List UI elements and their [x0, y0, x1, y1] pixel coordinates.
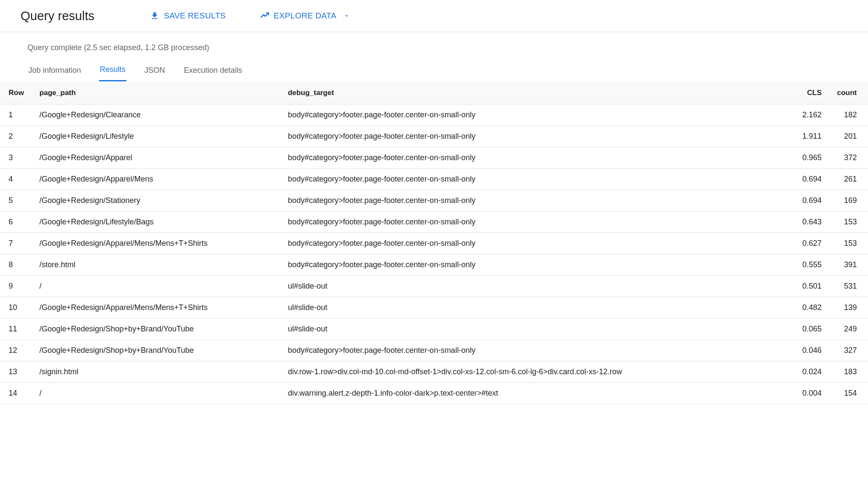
col-header-row: Row	[0, 82, 32, 104]
table-row: 2/Google+Redesign/Lifestylebody#category…	[0, 126, 868, 147]
cell-count: 183	[829, 361, 868, 383]
download-icon	[150, 11, 159, 21]
cell-cls: 0.501	[791, 276, 829, 297]
cell-cls: 0.555	[791, 254, 829, 276]
cell-page-path: /Google+Redesign/Apparel/Mens	[32, 169, 280, 190]
cell-page-path: /	[32, 383, 280, 404]
table-row: 3/Google+Redesign/Apparelbody#category>f…	[0, 147, 868, 169]
query-status: Query complete (2.5 sec elapsed, 1.2 GB …	[0, 32, 868, 57]
cell-count: 531	[829, 276, 868, 297]
cell-row-num: 14	[0, 383, 32, 404]
table-row: 14/div.warning.alert.z-depth-1.info-colo…	[0, 383, 868, 404]
results-table: Row page_path debug_target CLS count 1/G…	[0, 82, 868, 404]
cell-cls: 0.065	[791, 319, 829, 340]
cell-debug-target: body#category>footer.page-footer.center-…	[280, 126, 791, 147]
results-header: Query results SAVE RESULTS EXPLORE DATA	[0, 0, 868, 32]
cell-debug-target: body#category>footer.page-footer.center-…	[280, 104, 791, 126]
cell-page-path: /store.html	[32, 254, 280, 276]
cell-debug-target: ul#slide-out	[280, 297, 791, 319]
cell-count: 153	[829, 233, 868, 254]
cell-row-num: 8	[0, 254, 32, 276]
cell-row-num: 9	[0, 276, 32, 297]
col-header-page-path: page_path	[32, 82, 280, 104]
cell-row-num: 11	[0, 319, 32, 340]
table-row: 7/Google+Redesign/Apparel/Mens/Mens+T+Sh…	[0, 233, 868, 254]
table-row: 13/signin.htmldiv.row-1.row>div.col-md-1…	[0, 361, 868, 383]
cell-cls: 0.627	[791, 233, 829, 254]
cell-page-path: /Google+Redesign/Clearance	[32, 104, 280, 126]
cell-count: 153	[829, 212, 868, 233]
cell-cls: 0.694	[791, 169, 829, 190]
tab-job-information[interactable]: Job information	[27, 62, 82, 81]
cell-cls: 0.024	[791, 361, 829, 383]
cell-debug-target: body#category>footer.page-footer.center-…	[280, 233, 791, 254]
cell-row-num: 10	[0, 297, 32, 319]
cell-page-path: /Google+Redesign/Apparel	[32, 147, 280, 169]
cell-page-path: /Google+Redesign/Apparel/Mens/Mens+T+Shi…	[32, 233, 280, 254]
cell-debug-target: body#category>footer.page-footer.center-…	[280, 147, 791, 169]
cell-cls: 0.482	[791, 297, 829, 319]
cell-debug-target: body#category>footer.page-footer.center-…	[280, 212, 791, 233]
cell-count: 372	[829, 147, 868, 169]
cell-page-path: /Google+Redesign/Shop+by+Brand/YouTube	[32, 319, 280, 340]
cell-row-num: 12	[0, 340, 32, 361]
cell-cls: 2.162	[791, 104, 829, 126]
cell-count: 201	[829, 126, 868, 147]
cell-debug-target: ul#slide-out	[280, 276, 791, 297]
cell-debug-target: body#category>footer.page-footer.center-…	[280, 340, 791, 361]
cell-row-num: 13	[0, 361, 32, 383]
cell-page-path: /	[32, 276, 280, 297]
cell-debug-target: body#category>footer.page-footer.center-…	[280, 190, 791, 212]
cell-cls: 0.643	[791, 212, 829, 233]
col-header-debug-target: debug_target	[280, 82, 791, 104]
cell-cls: 0.965	[791, 147, 829, 169]
table-row: 5/Google+Redesign/Stationerybody#categor…	[0, 190, 868, 212]
col-header-cls: CLS	[791, 82, 829, 104]
chevron-down-icon	[343, 12, 350, 19]
cell-row-num: 2	[0, 126, 32, 147]
cell-page-path: /Google+Redesign/Shop+by+Brand/YouTube	[32, 340, 280, 361]
save-results-label: SAVE RESULTS	[164, 11, 225, 21]
table-row: 6/Google+Redesign/Lifestyle/Bagsbody#cat…	[0, 212, 868, 233]
explore-data-label: EXPLORE DATA	[274, 11, 337, 21]
explore-data-button[interactable]: EXPLORE DATA	[256, 9, 355, 23]
cell-page-path: /Google+Redesign/Lifestyle	[32, 126, 280, 147]
cell-row-num: 5	[0, 190, 32, 212]
cell-debug-target: ul#slide-out	[280, 319, 791, 340]
col-header-count: count	[829, 82, 868, 104]
cell-debug-target: body#category>footer.page-footer.center-…	[280, 169, 791, 190]
chart-icon	[260, 11, 269, 21]
cell-cls: 0.694	[791, 190, 829, 212]
table-row: 11/Google+Redesign/Shop+by+Brand/YouTube…	[0, 319, 868, 340]
save-results-button[interactable]: SAVE RESULTS	[146, 9, 230, 23]
cell-count: 261	[829, 169, 868, 190]
table-header-row: Row page_path debug_target CLS count	[0, 82, 868, 104]
cell-cls: 0.004	[791, 383, 829, 404]
result-tabs: Job information Results JSON Execution d…	[0, 57, 868, 82]
cell-debug-target: div.warning.alert.z-depth-1.info-color-d…	[280, 383, 791, 404]
cell-row-num: 4	[0, 169, 32, 190]
cell-count: 169	[829, 190, 868, 212]
table-row: 4/Google+Redesign/Apparel/Mensbody#categ…	[0, 169, 868, 190]
cell-count: 327	[829, 340, 868, 361]
cell-page-path: /signin.html	[32, 361, 280, 383]
cell-cls: 1.911	[791, 126, 829, 147]
cell-row-num: 6	[0, 212, 32, 233]
cell-debug-target: div.row-1.row>div.col-md-10.col-md-offse…	[280, 361, 791, 383]
cell-debug-target: body#category>footer.page-footer.center-…	[280, 254, 791, 276]
tab-execution-details[interactable]: Execution details	[183, 62, 243, 81]
cell-count: 139	[829, 297, 868, 319]
cell-cls: 0.046	[791, 340, 829, 361]
cell-row-num: 3	[0, 147, 32, 169]
tab-results[interactable]: Results	[99, 62, 126, 81]
cell-count: 182	[829, 104, 868, 126]
table-row: 1/Google+Redesign/Clearancebody#category…	[0, 104, 868, 126]
cell-count: 391	[829, 254, 868, 276]
tab-json[interactable]: JSON	[144, 62, 166, 81]
cell-page-path: /Google+Redesign/Stationery	[32, 190, 280, 212]
cell-count: 249	[829, 319, 868, 340]
cell-row-num: 1	[0, 104, 32, 126]
table-row: 8/store.htmlbody#category>footer.page-fo…	[0, 254, 868, 276]
table-row: 10/Google+Redesign/Apparel/Mens/Mens+T+S…	[0, 297, 868, 319]
cell-count: 154	[829, 383, 868, 404]
